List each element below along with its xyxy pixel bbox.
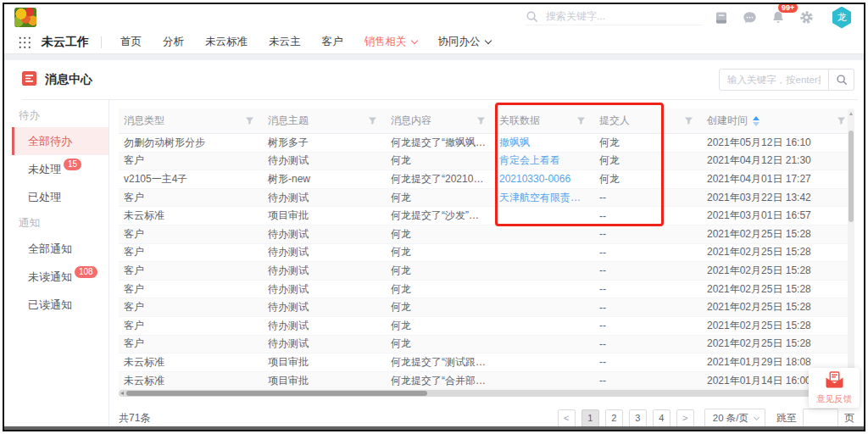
cell-related-link[interactable]: 肯定会上看看	[494, 153, 594, 168]
cell-submitter: --	[594, 338, 702, 350]
sidebar-item-unprocessed[interactable]: 未处理15	[12, 155, 108, 183]
cell-type: 未云标准	[119, 355, 263, 370]
cell-related-link[interactable]: 20210330-0066	[494, 173, 594, 185]
cell-type: 客户	[119, 319, 263, 333]
cell-subject: 待办测试	[263, 337, 386, 351]
page-button-1[interactable]: 1	[581, 409, 599, 427]
cell-subject: 项目审批	[263, 355, 386, 370]
cell-type: 客户	[119, 153, 263, 168]
pagination: < 1 2 3 4 > 20 条/页 跳至 页	[558, 409, 854, 428]
window-bottom-edge	[4, 426, 864, 430]
topbar-icons: 99+ 龙	[715, 7, 852, 29]
filter-icon[interactable]	[476, 116, 486, 125]
filter-icon[interactable]	[684, 116, 693, 125]
table-row: 勿删勿动树形分步树形多子何龙提交了“撒飒飒”的审批申...撒飒飒何龙2021年0…	[119, 134, 854, 153]
chat-icon[interactable]	[743, 11, 757, 25]
app-window: 99+ 龙 未云工作 首页 分析 未云标准 未云主 客户 销售相关 协同办公 消…	[0, 0, 868, 434]
jump-page-input[interactable]	[803, 409, 838, 427]
table-row: 未云标准项目审批何龙提交了“测试跟进人”的审...--2021年01月29日 1…	[119, 353, 854, 372]
app-grid-icon[interactable]	[18, 36, 31, 49]
col-header-submitter: 提交人	[594, 108, 702, 133]
message-center-icon	[22, 71, 36, 89]
cell-related-link[interactable]: 天津航空有限责任公司	[494, 191, 594, 205]
nav-item-analysis[interactable]: 分析	[163, 35, 184, 49]
filter-icon[interactable]	[837, 116, 846, 125]
table-row: 客户待办测试何龙--2021年02月25日 15:28	[119, 225, 854, 244]
sidebar-item-processed[interactable]: 已处理	[12, 183, 108, 211]
keyword-search-button[interactable]	[829, 69, 854, 91]
vertical-scrollbar[interactable]	[848, 108, 854, 390]
sort-icon[interactable]	[753, 116, 760, 126]
sidebar-item-read-notice[interactable]: 已读通知	[12, 291, 108, 319]
cell-submitter: --	[594, 228, 702, 240]
horizontal-scrollbar-thumb[interactable]	[126, 391, 427, 396]
page-header: 消息中心	[22, 66, 854, 93]
sidebar-item-all-todo[interactable]: 全部待办	[12, 127, 108, 155]
journal-icon[interactable]	[715, 11, 728, 25]
cell-submitter: 何龙	[594, 136, 702, 150]
user-avatar[interactable]: 龙	[832, 7, 852, 29]
scroll-left-arrow[interactable]	[120, 392, 124, 395]
cell-submitter: --	[594, 283, 702, 295]
cell-created: 2021年03月01日 16:57	[702, 209, 854, 223]
notifications-bell-icon[interactable]: 99+	[771, 10, 785, 25]
table-row: 客户待办测试何龙肯定会上看看何龙2021年04月12日 21:30	[119, 153, 854, 171]
cell-related-link[interactable]: 撒飒飒	[494, 136, 594, 150]
sidebar-item-unread-notice[interactable]: 未读通知108	[12, 263, 108, 291]
jump-to-label: 跳至	[776, 411, 797, 426]
page-button-4[interactable]: 4	[653, 409, 670, 427]
col-header-created: 创建时间	[702, 108, 854, 133]
page-size-select[interactable]: 20 条/页	[704, 409, 765, 428]
settings-gear-icon[interactable]	[799, 10, 814, 25]
col-header-related: 关联数据	[494, 108, 594, 133]
table-row: 未云标准项目审批何龙提交了“合并部门”的审批...--2021年01月14日 1…	[119, 372, 854, 391]
cell-created: 2021年03月22日 13:42	[702, 191, 854, 205]
prev-page-button[interactable]: <	[558, 409, 576, 427]
search-icon	[526, 10, 538, 23]
cell-content: 何龙	[386, 191, 494, 205]
next-page-button[interactable]: >	[676, 409, 694, 427]
nav-item-customer[interactable]: 客户	[322, 35, 343, 49]
notification-count-badge: 99+	[777, 2, 798, 14]
section-gap	[4, 54, 864, 60]
filter-icon[interactable]	[245, 116, 254, 125]
page-button-2[interactable]: 2	[605, 409, 623, 427]
keyword-search	[719, 69, 854, 91]
table-row: 客户待办测试何龙--2021年02月25日 15:28	[119, 262, 854, 281]
nav-divider	[101, 36, 102, 48]
chevron-down-icon	[484, 36, 491, 43]
nav-item-collaboration[interactable]: 协同办公	[438, 35, 491, 49]
cell-subject: 待办测试	[263, 319, 386, 333]
scroll-up-arrow[interactable]	[849, 112, 853, 115]
cell-submitter: --	[594, 302, 702, 314]
sidebar: 待办 全部待办 未处理15 已处理 通知 全部通知 未读通知108 已读通知	[12, 103, 108, 319]
cell-created: 2021年02月25日 15:28	[702, 227, 854, 242]
app-logo[interactable]	[14, 8, 36, 27]
cell-submitter: --	[594, 247, 702, 259]
sidebar-section-todo: 待办	[12, 103, 108, 127]
sidebar-item-all-notice[interactable]: 全部通知	[12, 235, 108, 263]
cell-created: 2021年02月25日 15:28	[702, 264, 854, 278]
feedback-button[interactable]: 意见反馈	[809, 368, 860, 408]
nav-item-home[interactable]: 首页	[120, 35, 142, 49]
filter-icon[interactable]	[576, 116, 586, 125]
nav-item-standard[interactable]: 未云标准	[205, 35, 248, 49]
vertical-scrollbar-thumb[interactable]	[849, 131, 854, 222]
filter-icon[interactable]	[368, 116, 377, 125]
page-button-3[interactable]: 3	[629, 409, 647, 427]
cell-type: v2105一主4子	[119, 172, 263, 186]
cell-created: 2021年05月12日 16:10	[702, 136, 854, 150]
global-search	[526, 10, 703, 25]
horizontal-scrollbar[interactable]	[119, 390, 854, 397]
nav-item-main[interactable]: 未云主	[269, 35, 301, 49]
nav-item-sales[interactable]: 销售相关	[364, 35, 417, 49]
sidebar-section-notice: 通知	[12, 211, 108, 235]
page-unit-label: 页	[844, 411, 854, 426]
cell-subject: 项目审批	[263, 374, 386, 388]
chevron-down-icon	[410, 36, 417, 43]
keyword-search-input[interactable]	[719, 69, 829, 91]
global-search-input[interactable]	[546, 10, 703, 22]
unread-count-badge: 108	[74, 265, 98, 279]
table-header: 消息类型 消息主题 消息内容 关联数据 提交人 创建时间	[119, 108, 854, 134]
cell-content: 何龙	[386, 264, 494, 278]
